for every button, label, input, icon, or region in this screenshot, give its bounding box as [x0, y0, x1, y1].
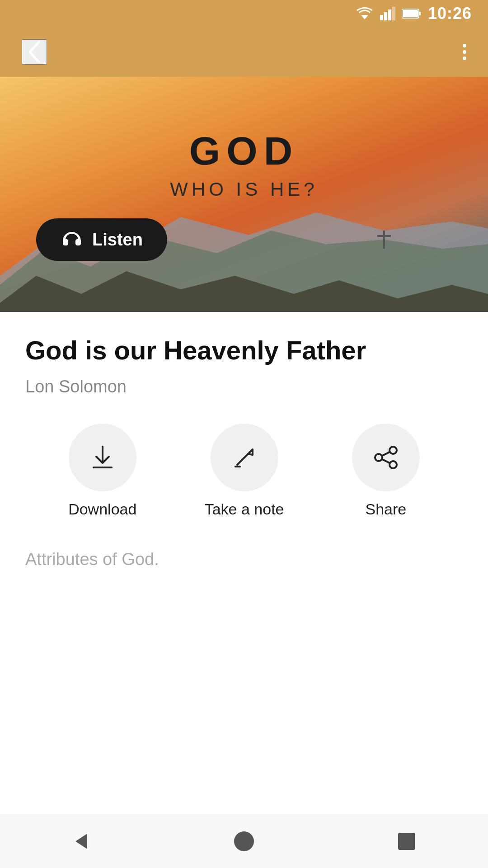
- back-button[interactable]: [22, 39, 47, 65]
- nav-home-icon: [233, 830, 255, 853]
- sermon-description: Attributes of God.: [25, 545, 463, 574]
- svg-line-15: [237, 454, 248, 465]
- svg-marker-22: [75, 834, 87, 849]
- sermon-author: Lon Solomon: [25, 377, 463, 396]
- svg-rect-6: [419, 12, 421, 15]
- svg-line-21: [382, 459, 389, 463]
- content-area: God is our Heavenly Father Lon Solomon D…: [0, 312, 488, 592]
- share-label: Share: [365, 500, 406, 518]
- download-icon: [88, 443, 117, 472]
- status-time: 10:26: [428, 4, 472, 23]
- hero-title: GOD: [189, 128, 299, 174]
- battery-icon: [402, 8, 422, 19]
- svg-line-20: [382, 452, 389, 456]
- note-label: Take a note: [205, 500, 284, 518]
- listen-label: Listen: [92, 230, 143, 250]
- svg-point-18: [375, 454, 382, 461]
- note-circle: [211, 424, 278, 491]
- more-dot: [463, 57, 466, 60]
- back-arrow-icon: [23, 40, 46, 64]
- signal-icon: [380, 7, 395, 20]
- download-circle: [69, 424, 136, 491]
- nav-back-button[interactable]: [70, 830, 93, 853]
- actions-row: Download Take a note: [25, 424, 463, 518]
- svg-point-19: [389, 461, 397, 468]
- svg-marker-0: [361, 15, 368, 19]
- top-nav: [0, 27, 488, 77]
- more-dot: [463, 50, 466, 54]
- more-dot: [463, 44, 466, 47]
- svg-rect-7: [403, 10, 418, 17]
- svg-rect-24: [398, 833, 415, 850]
- note-icon: [230, 443, 259, 472]
- svg-rect-3: [388, 9, 391, 20]
- status-icons: 10:26: [356, 4, 472, 23]
- svg-point-17: [389, 447, 397, 454]
- nav-recents-button[interactable]: [395, 830, 418, 853]
- hero-subtitle: WHO IS HE?: [170, 179, 318, 200]
- share-circle: [352, 424, 420, 491]
- bottom-nav: [0, 814, 488, 868]
- status-bar: 10:26: [0, 0, 488, 27]
- nav-recents-icon: [395, 830, 418, 853]
- hero-image: GOD WHO IS HE? Listen: [0, 77, 488, 312]
- svg-rect-1: [380, 15, 383, 20]
- nav-back-icon: [70, 830, 93, 853]
- more-button[interactable]: [463, 44, 466, 60]
- sermon-title: God is our Heavenly Father: [25, 335, 463, 366]
- wifi-icon: [356, 7, 374, 20]
- listen-button[interactable]: Listen: [36, 218, 167, 261]
- download-label: Download: [68, 500, 136, 518]
- svg-rect-4: [392, 7, 395, 20]
- headphone-icon: [61, 228, 83, 251]
- svg-point-23: [234, 831, 254, 851]
- share-icon: [371, 443, 400, 472]
- share-action[interactable]: Share: [352, 424, 420, 518]
- note-action[interactable]: Take a note: [205, 424, 284, 518]
- download-action[interactable]: Download: [68, 424, 136, 518]
- svg-rect-2: [384, 12, 387, 20]
- nav-home-button[interactable]: [233, 830, 255, 853]
